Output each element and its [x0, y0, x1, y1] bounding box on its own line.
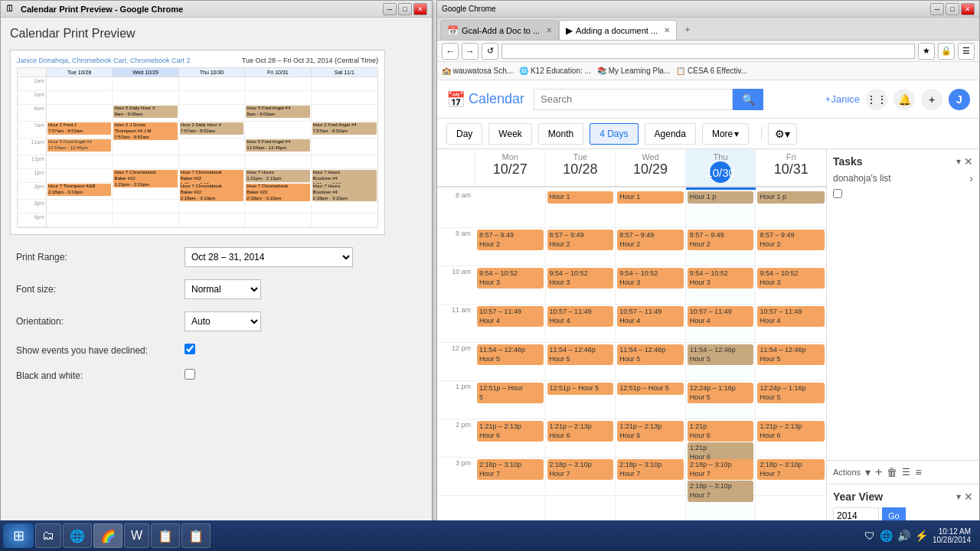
- year-view-close-button[interactable]: ✕: [964, 491, 973, 503]
- chrome-minimize[interactable]: ─: [930, 3, 944, 15]
- forward-button[interactable]: →: [462, 43, 479, 60]
- chrome-close[interactable]: ✕: [961, 3, 975, 15]
- gcal-event-wed-h3[interactable]: 9:54 – 10:52Hour 3: [617, 268, 684, 289]
- bookmark-cesa[interactable]: 📋 CESA 6 Effectiv...: [676, 67, 747, 75]
- gcal-event-tue-h4[interactable]: 10:57 – 11:49Hour 4: [547, 306, 614, 327]
- minimize-button[interactable]: ─: [383, 3, 397, 15]
- gcal-search-button[interactable]: 🔍: [733, 89, 763, 110]
- close-button[interactable]: ✕: [413, 3, 427, 15]
- gcal-scroll-area[interactable]: 8 am 9 am 10 am 11 am 12 pm 1 pm 2 pm 3 …: [437, 190, 826, 530]
- gcal-event-tue-h7[interactable]: 2:18p – 3:10pHour 7: [547, 459, 614, 480]
- action-more-button[interactable]: ≡: [915, 466, 921, 478]
- view-week-button[interactable]: Week: [488, 123, 531, 145]
- tab1-close-icon[interactable]: ✕: [546, 26, 552, 34]
- gcal-event-fri-h3[interactable]: 9:54 – 10:52Hour 3: [757, 268, 825, 289]
- declined-events-checkbox[interactable]: [185, 344, 195, 354]
- gcal-event-mon-h6[interactable]: 1:21p – 2:13pHour 6: [477, 421, 544, 442]
- chrome-menu-button[interactable]: ☰: [958, 43, 975, 60]
- gcal-event-tue-h2[interactable]: 8:57 – 9:49Hour 2: [547, 230, 614, 250]
- maximize-button[interactable]: □: [398, 3, 412, 15]
- tasks-close-button[interactable]: ✕: [964, 155, 973, 168]
- extensions-button[interactable]: 🔒: [938, 43, 955, 60]
- gcal-event-tue-h1[interactable]: Hour 1: [547, 191, 614, 204]
- bw-checkbox[interactable]: [185, 369, 195, 380]
- gcal-event-mon-h5b[interactable]: 12:51p – Hour5: [477, 383, 544, 403]
- gcal-event-thu-h5b[interactable]: 12:24p – 1:16pHour 5: [688, 383, 754, 403]
- view-4days-button[interactable]: 4 Days: [590, 123, 638, 145]
- chrome-maximize[interactable]: □: [946, 3, 959, 15]
- gcal-event-thu-h1[interactable]: Hour 1 p: [688, 191, 754, 204]
- taskbar-word-button[interactable]: W: [124, 523, 149, 548]
- gcal-event-mon-h3[interactable]: 9:54 – 10:52Hour 3: [477, 268, 544, 289]
- view-more-button[interactable]: More ▾: [702, 123, 749, 145]
- gcal-event-mon-h4[interactable]: 10:57 – 11:49Hour 4: [477, 306, 544, 327]
- taskbar-ie-button[interactable]: 🌐: [63, 523, 92, 548]
- gcal-event-fri-h7[interactable]: 2:18p – 3:10pHour 7: [757, 459, 825, 480]
- gcal-event-fri-h5[interactable]: 11:54 – 12:46pHour 5: [757, 344, 825, 365]
- gcal-event-fri-h2[interactable]: 8:57 – 9:49Hour 2: [757, 230, 825, 250]
- bookmark-wauwatosa[interactable]: 🏫 wauwatosa Sch...: [442, 67, 513, 75]
- action-list-button[interactable]: ☰: [902, 467, 910, 478]
- bookmark-star-button[interactable]: ★: [918, 43, 935, 60]
- tab-adding-doc[interactable]: ▶ Adding a document ... ✕: [559, 20, 677, 40]
- gcal-settings-button[interactable]: ⚙▾: [768, 123, 797, 145]
- gcal-event-tue-h3[interactable]: 9:54 – 10:52Hour 3: [547, 268, 614, 289]
- gcal-bell-button[interactable]: 🔔: [893, 89, 915, 110]
- back-button[interactable]: ←: [442, 43, 459, 60]
- action-add-button[interactable]: +: [875, 465, 882, 479]
- bookmark-mylearning[interactable]: 📚 My Learning Pla...: [597, 67, 670, 75]
- gcal-avatar[interactable]: J: [949, 89, 970, 110]
- tasks-expand-button[interactable]: ▾: [956, 155, 961, 168]
- gcal-event-tue-h6[interactable]: 1:21p – 2:13pHour 6: [547, 421, 614, 442]
- tab2-close-icon[interactable]: ✕: [664, 26, 670, 34]
- taskbar-app2-button[interactable]: 📋: [181, 523, 211, 548]
- print-range-select[interactable]: Oct 28 – 31, 2014: [185, 247, 353, 267]
- gcal-event-mon-h7[interactable]: 2:18p – 3:10pHour 7: [477, 459, 544, 480]
- gcal-event-wed-h4[interactable]: 10:57 – 11:49Hour 4: [617, 306, 684, 327]
- gcal-event-fri-h4[interactable]: 10:57 – 11:49Hour 4: [757, 306, 825, 327]
- gcal-event-mon-h2[interactable]: 8:57 – 9:49Hour 2: [477, 230, 544, 250]
- new-tab-button[interactable]: +: [677, 20, 698, 40]
- view-agenda-button[interactable]: Agenda: [645, 123, 696, 145]
- font-size-select[interactable]: Normal: [185, 279, 261, 299]
- tab-gcal-add[interactable]: 📅 Gcal-Add a Doc to ... ✕: [440, 20, 559, 40]
- gcal-event-thu-h3[interactable]: 9:54 – 10:52Hour 3: [688, 268, 754, 289]
- gcal-event-wed-h2[interactable]: 8:57 – 9:49Hour 2: [617, 230, 684, 250]
- gcal-apps-button[interactable]: ⋮⋮: [866, 89, 887, 110]
- taskbar-chrome-button[interactable]: 🌈: [93, 523, 122, 548]
- gcal-event-thu-h4[interactable]: 10:57 – 11:49Hour 4: [688, 306, 754, 327]
- reload-button[interactable]: ↺: [482, 43, 498, 60]
- gcal-event-wed-h7[interactable]: 2:18p – 3:10pHour 7: [617, 459, 684, 480]
- gcal-event-wed-h5b[interactable]: 12:51p – Hour 5: [617, 383, 684, 395]
- task-list-arrow-button[interactable]: ›: [969, 172, 973, 184]
- gcal-event-thu-h5[interactable]: 11:54 – 12:46pHour 5: [688, 344, 754, 365]
- gcal-user-label[interactable]: +Janice: [825, 93, 860, 105]
- action-delete-button[interactable]: 🗑: [887, 466, 897, 478]
- year-view-expand-button[interactable]: ▾: [956, 491, 961, 503]
- view-day-button[interactable]: Day: [446, 123, 482, 145]
- taskbar-explorer-button[interactable]: 🗂: [35, 523, 61, 548]
- gcal-event-fri-h1[interactable]: Hour 1 p: [757, 191, 825, 204]
- gcal-event-fri-h6[interactable]: 1:21p – 2:13pHour 6: [757, 421, 825, 442]
- gcal-event-mon-h5a[interactable]: 11:54 – 12:46pHour 5: [477, 344, 544, 365]
- bookmark-k12[interactable]: 🌐 K12 Education: ...: [519, 67, 591, 75]
- gcal-event-tue-h5[interactable]: 11:54 – 12:46pHour 5: [547, 344, 614, 365]
- start-button[interactable]: ⊞: [3, 523, 34, 548]
- gcal-search-input[interactable]: [534, 89, 733, 110]
- gcal-event-fri-h5b[interactable]: 12:24p – 1:16pHour 5: [757, 383, 825, 403]
- gcal-event-thu-h2[interactable]: 8:57 – 9:49Hour 2: [688, 230, 754, 250]
- taskbar-app1-button[interactable]: 📋: [151, 523, 180, 548]
- gcal-event-thu-h6[interactable]: 1:21pHour 6: [688, 421, 754, 442]
- gcal-event-thu-h7b[interactable]: 2:18p – 3:10pHour 7: [688, 481, 754, 501]
- gcal-event-wed-h6[interactable]: 1:21p – 2:13pHour 6: [617, 421, 684, 442]
- view-month-button[interactable]: Month: [538, 123, 583, 145]
- orientation-select[interactable]: Auto: [185, 311, 261, 331]
- url-bar[interactable]: -1+22876+22879+22876: [501, 44, 915, 59]
- action-expand-button[interactable]: ▾: [865, 466, 871, 478]
- gcal-event-thu-h7[interactable]: 2:18p – 3:10pHour 7: [688, 459, 754, 480]
- gcal-plus-button[interactable]: +: [921, 89, 942, 110]
- task-checkbox-1[interactable]: [833, 189, 842, 198]
- gcal-event-wed-h5[interactable]: 11:54 – 12:46pHour 5: [617, 344, 684, 365]
- gcal-event-tue-h5b[interactable]: 12:51p – Hour 5: [547, 383, 614, 395]
- gcal-event-wed-h1[interactable]: Hour 1: [617, 191, 684, 204]
